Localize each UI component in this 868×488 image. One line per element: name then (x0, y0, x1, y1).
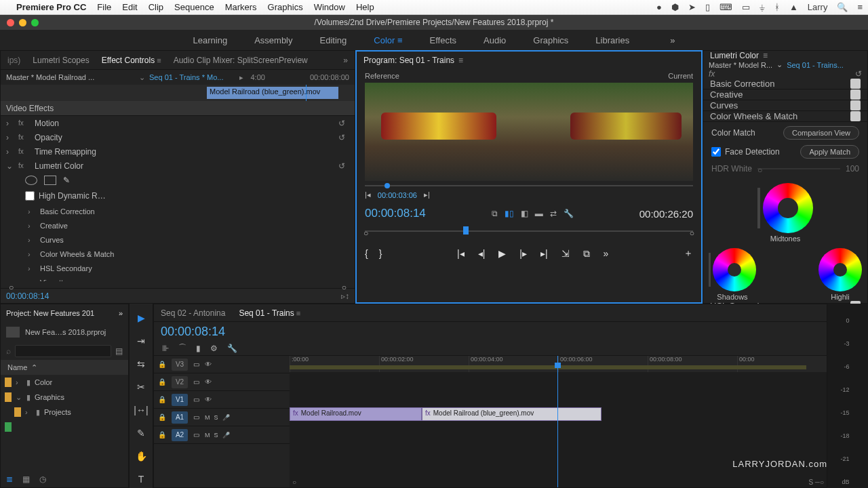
comparison-view-button[interactable]: Comparison View (783, 126, 859, 140)
menu-edit[interactable]: Edit (122, 2, 137, 12)
reset-icon[interactable]: ↺ (338, 119, 345, 128)
lumetri-label[interactable]: Lumetri Color (35, 161, 83, 171)
tab-seq02[interactable]: Seq 02 - Antonina (161, 308, 225, 318)
lum-basic[interactable]: Basic Correction (710, 79, 774, 89)
motion-label[interactable]: Motion (35, 119, 59, 128)
solo-button[interactable]: S (214, 432, 218, 439)
menu-help[interactable]: Help (356, 2, 374, 12)
toggle-output-icon[interactable]: ▭ (193, 396, 199, 403)
split-h-icon[interactable]: ▬ (535, 209, 543, 218)
apply-match-button[interactable]: Apply Match (800, 145, 859, 159)
hand-tool[interactable]: ✋ (134, 449, 149, 464)
dropbox-icon[interactable]: ⬢ (671, 2, 679, 12)
export-frame-icon[interactable]: » (604, 248, 609, 259)
marker-icon[interactable]: ▮ (196, 344, 201, 353)
goto-out-icon[interactable]: ▸| (424, 190, 430, 199)
disclosure-icon[interactable]: › (28, 250, 35, 258)
toggle-output-icon[interactable]: ▭ (193, 431, 199, 439)
list-view-icon[interactable]: ≣ (6, 474, 13, 484)
bin-color[interactable]: Color (35, 378, 52, 386)
mark-in-icon[interactable]: { (365, 248, 368, 259)
disclosure-icon[interactable]: › (28, 264, 35, 272)
mark-out-icon[interactable]: } (379, 248, 382, 259)
bin-projects[interactable]: Projects (44, 408, 71, 416)
disclosure-icon[interactable]: › (16, 378, 22, 386)
disclosure-icon[interactable]: › (28, 207, 35, 216)
timeline-zoom-slider[interactable]: S ─○ (808, 479, 824, 486)
app-name[interactable]: Premiere Pro CC (16, 2, 86, 12)
lock-icon[interactable]: 🔒 (158, 378, 166, 386)
toggle-output-icon[interactable]: ▭ (193, 378, 199, 386)
program-in-tc[interactable]: 00:00:08:14 (365, 207, 426, 220)
toggle-output-icon[interactable]: ▭ (193, 361, 199, 368)
clip-2[interactable]: fxModel Railroad (blue_green).mov (422, 407, 601, 421)
hdr-slider[interactable]: ○ (757, 168, 840, 169)
section-toggle[interactable] (850, 79, 861, 89)
ws-overflow-icon[interactable]: » (670, 35, 675, 45)
step-fwd-icon[interactable]: |▸ (519, 248, 527, 259)
ws-color[interactable]: Color (374, 35, 402, 45)
goto-in-icon[interactable]: |◂ (365, 190, 371, 199)
tv-icon[interactable]: ▯ (705, 2, 710, 12)
ec-timecode[interactable]: 00:00:08:14 (6, 291, 49, 301)
program-scrubber[interactable]: ○ ○ (365, 226, 693, 237)
play-icon[interactable]: ▸ (239, 73, 243, 82)
add-button-icon[interactable]: ＋ (684, 247, 701, 260)
send-icon[interactable]: ➤ (688, 2, 696, 12)
name-column[interactable]: Name (7, 363, 27, 371)
ripple-tool[interactable]: ⇆ (134, 357, 149, 371)
program-tab[interactable]: Program: Seq 01 - Trains (363, 56, 454, 65)
effect-controls-mini-timeline[interactable]: Model Railroad (blue_green).mov (1, 85, 355, 101)
curves[interactable]: Curves (40, 236, 64, 244)
fx-toggle[interactable]: fx (18, 119, 26, 127)
ws-libraries[interactable]: Libraries (595, 35, 629, 45)
track-v3[interactable]: V3 (172, 359, 188, 371)
lock-icon[interactable]: 🔒 (158, 396, 166, 403)
ws-audio[interactable]: Audio (484, 35, 506, 45)
disclosure-icon[interactable]: ⌄ (16, 393, 22, 402)
ws-assembly[interactable]: Assembly (254, 35, 292, 45)
face-detection-checkbox[interactable] (711, 147, 721, 157)
highlights-wheel[interactable] (818, 248, 862, 291)
time-remap-label[interactable]: Time Remapping (35, 147, 96, 157)
tab-lumetri-scopes[interactable]: Lumetri Scopes (33, 56, 89, 65)
disclosure-icon[interactable]: › (6, 147, 13, 157)
wifi-icon[interactable]: ⏚ (760, 2, 765, 12)
voiceover-icon[interactable]: 🎤 (222, 432, 230, 439)
comparison-mode-icon[interactable]: ⧉ (492, 209, 498, 218)
cycle-icon[interactable]: ⇄ (550, 209, 557, 218)
tab-effect-controls[interactable]: Effect Controls (102, 56, 161, 65)
mask-ellipse-icon[interactable] (25, 176, 37, 185)
ec-clip-bar[interactable]: Model Railroad (blue_green).mov (207, 87, 338, 99)
panel-overflow-icon[interactable]: » (119, 309, 123, 317)
type-tool[interactable]: T (134, 472, 149, 487)
user-name[interactable]: Larry (808, 2, 828, 12)
settings-icon[interactable]: ⚙ (210, 344, 218, 353)
hdr-value[interactable]: 100 (846, 164, 859, 174)
project-tab[interactable]: Project: New Features 201 (6, 309, 94, 317)
toggle-output-icon[interactable]: ▭ (193, 413, 199, 421)
lumetri-master[interactable]: Master * Model R... (709, 61, 772, 69)
insert-icon[interactable]: ⇲ (561, 248, 570, 259)
wrench-icon[interactable]: 🔧 (564, 209, 574, 218)
link-icon[interactable]: ⌒ (178, 342, 186, 354)
menu-file[interactable]: File (97, 2, 111, 12)
chevron-down-icon[interactable]: ⌄ (776, 60, 783, 69)
razor-tool[interactable]: ✂ (134, 380, 149, 394)
bluetooth-icon[interactable]: ᚼ (774, 2, 780, 12)
lumetri-seq[interactable]: Seq 01 - Trains... (787, 61, 844, 69)
bin-color-swatch[interactable] (5, 422, 12, 432)
opacity-label[interactable]: Opacity (35, 133, 62, 142)
midtones-wheel[interactable] (763, 183, 813, 233)
tab-audio-clip-mixer[interactable]: Audio Clip Mixer: SplitScreenPreview (174, 56, 308, 65)
section-toggle[interactable] (850, 111, 861, 121)
tab-seq01[interactable]: Seq 01 - Trains (239, 308, 300, 318)
goto-in-icon[interactable]: |◂ (457, 248, 465, 259)
color-wheels-match[interactable]: Color Wheels & Match (40, 250, 114, 258)
ws-effects[interactable]: Effects (430, 35, 457, 45)
timeline-playhead[interactable] (557, 356, 558, 487)
sequence-clip-name[interactable]: Seq 01 - Trains * Mo... (149, 73, 235, 81)
shadow-slider[interactable] (709, 253, 711, 287)
selection-tool[interactable]: ▶ (134, 310, 149, 325)
fx-toggle[interactable]: fx (18, 134, 26, 141)
